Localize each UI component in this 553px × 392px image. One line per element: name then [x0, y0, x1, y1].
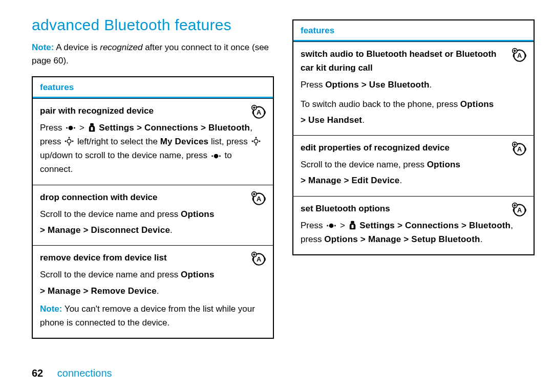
accessibility-badge-icon: [249, 250, 267, 267]
right-column: features switch audio to Bluetooth heads…: [292, 16, 533, 339]
left-column: advanced Bluetooth features Note: A devi…: [32, 16, 272, 339]
nav-center-icon: [326, 220, 336, 233]
feature-set-options: set Bluetooth options Press > Settings >…: [293, 196, 534, 255]
feature-switch-audio: switch audio to Bluetooth headset or Blu…: [293, 41, 534, 135]
feature-title: drop connection with device: [40, 190, 266, 204]
feature-title: remove device from device list: [40, 251, 266, 265]
feature-title: switch audio to Bluetooth headset or Blu…: [301, 47, 526, 75]
feature-title: set Bluetooth options: [301, 202, 526, 215]
accessibility-badge-icon: [510, 140, 527, 157]
note-label: Note:: [40, 304, 62, 314]
feature-drop-connection: drop connection with device Scroll to th…: [33, 185, 273, 246]
section-name: connections: [57, 367, 112, 379]
features-table-right: features switch audio to Bluetooth heads…: [292, 19, 535, 255]
nav-direction-icon: [65, 136, 74, 150]
settings-icon: [88, 122, 96, 136]
accessibility-badge-icon: [510, 201, 527, 218]
page-number: 62: [32, 367, 43, 379]
feature-remove-device: remove device from device list Scroll to…: [33, 245, 273, 338]
feature-title: edit properties of recognized device: [301, 141, 526, 155]
note-label: Note:: [32, 42, 54, 52]
features-table-left: features pair with recognized device Pre…: [32, 76, 274, 339]
table-header: features: [33, 77, 273, 98]
feature-title: pair with recognized device: [40, 104, 266, 118]
page-footer: 62 connections: [32, 367, 112, 379]
accessibility-badge-icon: [249, 103, 267, 120]
intro-note: Note: A device is recognized after you c…: [32, 41, 272, 68]
page-heading: advanced Bluetooth features: [32, 16, 272, 34]
settings-icon: [349, 220, 356, 234]
feature-edit-properties: edit properties of recognized device Scr…: [293, 135, 534, 196]
nav-center-icon: [211, 150, 221, 164]
nav-center-icon: [66, 122, 76, 136]
table-header: features: [293, 20, 534, 41]
feature-pair-device: pair with recognized device Press > Sett…: [33, 98, 273, 185]
accessibility-badge-icon: [249, 189, 267, 207]
nav-direction-icon: [251, 136, 261, 150]
accessibility-badge-icon: [510, 46, 527, 63]
